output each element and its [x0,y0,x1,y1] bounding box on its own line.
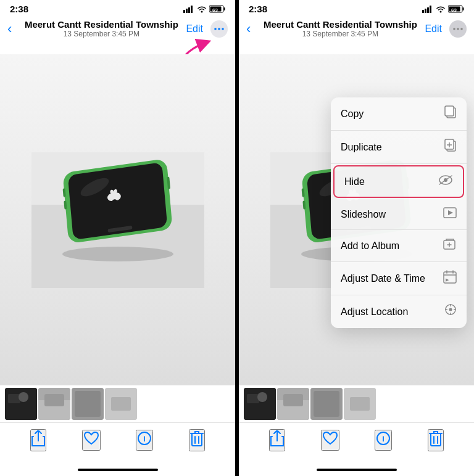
thumb-img-3 [72,388,104,420]
svg-point-10 [218,28,220,30]
status-icons-right: 63 [422,5,464,13]
more-button-right[interactable] [449,20,467,38]
signal-icon [183,6,194,13]
menu-item-slideshow-label: Slideshow [341,209,386,220]
info-button-right[interactable]: i [375,430,392,451]
svg-text:i: i [383,434,385,443]
thumbnail-4-right[interactable] [344,388,376,420]
photo-top-space-right [239,42,474,54]
svg-text:i: i [144,434,146,443]
album-icon [443,238,457,253]
photo-background-left [0,54,235,385]
nav-title-left: Meerut Cantt Residential Township [17,19,186,30]
trash-button-right[interactable] [428,429,444,451]
svg-rect-83 [244,388,276,420]
heart-button-left[interactable] [82,430,101,451]
nav-subtitle-left: 13 September 3:45 PM [17,30,186,38]
menu-item-add-to-album-label: Add to Album [341,240,399,252]
thumb-img-1 [5,388,37,420]
svg-point-9 [214,28,217,30]
share-icon-right [270,430,284,446]
thumb-img-3-right [310,388,343,420]
heart-icon [83,431,99,446]
signal-icon-right [422,6,433,13]
status-time-left: 2:38 [10,4,28,14]
menu-item-adjust-location-label: Adjust Location [341,306,408,318]
share-button-left[interactable] [30,429,46,451]
back-button-right[interactable]: ‹ [246,21,251,37]
heart-button-right[interactable] [321,430,339,451]
share-button-right[interactable] [269,429,285,451]
edit-button-left[interactable]: Edit [186,23,203,35]
svg-point-85 [257,392,267,402]
menu-item-adjust-location[interactable]: Adjust Location [331,295,467,328]
hide-icon [438,174,453,189]
svg-rect-84 [247,394,259,403]
svg-rect-39 [430,6,431,13]
edit-button-right[interactable]: Edit [425,23,442,35]
nav-title-area-right: Meerut Cantt Residential Township 13 Sep… [256,19,425,38]
menu-item-hide[interactable]: Hide [333,165,464,198]
thumbnail-strip-right [239,385,474,422]
svg-point-47 [460,28,463,30]
svg-point-46 [457,28,459,30]
nav-bar-right: ‹ Meerut Cantt Residential Township 13 S… [239,17,474,42]
svg-rect-2 [188,7,190,13]
nav-title-right: Meerut Cantt Residential Township [256,19,425,30]
svg-point-4 [201,10,203,12]
thumbnail-1-right[interactable] [244,388,276,420]
photo-area-right[interactable]: Copy Duplicate [239,54,474,385]
share-icon [31,430,45,446]
menu-item-adjust-date-label: Adjust Date & Time [341,273,425,284]
thumbnail-strip-left [0,385,235,422]
heart-icon-right [322,431,338,446]
trash-icon-right [429,430,443,446]
thumbnail-1-left[interactable] [5,388,37,420]
right-panel: 2:38 63 ‹ Meerut Cantt Re [239,0,474,476]
trash-button-left[interactable] [189,429,205,451]
nav-actions-right: Edit [425,20,467,38]
thumbnail-4-left[interactable] [105,388,137,420]
wifi-icon [197,6,207,13]
thumb-img-2 [38,388,70,420]
copy-icon [444,105,457,122]
menu-item-copy-label: Copy [341,109,364,120]
svg-rect-31 [111,397,131,411]
status-icons-left: 63 [183,5,225,13]
menu-item-duplicate[interactable]: Duplicate [331,131,467,164]
status-bar-left: 2:38 63 [0,0,235,17]
info-icon-left: i [137,431,152,446]
thumb-img-1-right [244,388,276,420]
left-panel: 2:38 63 ‹ Meerut [0,0,235,476]
svg-point-24 [19,392,28,402]
photo-area-left[interactable] [0,54,235,385]
svg-text:63: 63 [212,7,218,13]
menu-item-copy[interactable]: Copy [331,97,467,131]
svg-point-40 [440,10,442,12]
back-button-left[interactable]: ‹ [7,21,12,37]
trash-icon-left [190,430,204,446]
thumbnail-3-right[interactable] [310,388,343,420]
svg-rect-90 [314,391,339,417]
thumbnail-2-left[interactable] [38,388,70,420]
menu-item-slideshow[interactable]: Slideshow [331,199,467,230]
thumbnail-3-left[interactable] [72,388,104,420]
menu-item-adjust-date[interactable]: Adjust Date & Time ▶ [331,262,467,295]
home-bar-left [78,469,158,471]
home-indicator-right [239,464,474,476]
info-button-left[interactable]: i [136,430,153,451]
nav-title-area-left: Meerut Cantt Residential Township 13 Sep… [17,19,186,38]
iphone-illustration-left [31,152,204,288]
svg-rect-42 [463,7,464,10]
info-icon-right: i [376,431,391,446]
slideshow-icon [443,207,457,221]
svg-rect-1 [186,9,188,13]
home-indicator-left [0,464,235,476]
svg-rect-88 [283,394,303,406]
battery-icon: 63 [209,5,225,13]
svg-rect-38 [427,7,429,13]
thumbnail-2-right[interactable] [277,388,309,420]
menu-item-add-to-album[interactable]: Add to Album [331,230,467,262]
svg-rect-3 [191,6,193,13]
svg-rect-23 [8,394,20,403]
